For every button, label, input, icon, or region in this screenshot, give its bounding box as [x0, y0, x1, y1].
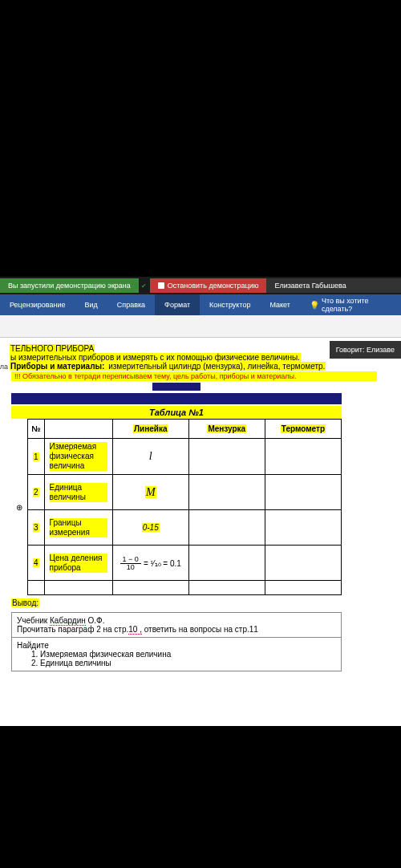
hw-line2: Прочитать параграф 2 на стр.10 , ответит… [17, 625, 336, 634]
hw-li1: 1. Измеряемая физическая величина [17, 650, 336, 659]
share-running-label: Вы запустили демонстрацию экрана [8, 282, 131, 290]
tab-designer[interactable]: Конструктор [200, 294, 260, 315]
row1-beaker [188, 439, 265, 475]
app-window: Вы запустили демонстрацию экрана ✔ Остан… [0, 277, 401, 726]
row1-ruler: l [112, 439, 188, 475]
row1-label: Измеряемая физическая величина [44, 439, 112, 475]
stop-share-button[interactable]: Остановить демонстрацию [150, 278, 267, 293]
row1-thermo [265, 439, 341, 475]
blue-small-strip [152, 383, 200, 391]
document-content: ТЕЛЬНОГО ПРИБОРА ы измерительных приборо… [0, 344, 377, 671]
bracket-col: ⊕ [11, 420, 28, 595]
table-row-extra [11, 581, 342, 595]
ribbon-toolbar [0, 315, 401, 338]
instruments-text: измерительный цилиндр (мензурка), линейк… [105, 362, 326, 371]
row3-num: 3 [28, 510, 45, 546]
document-area[interactable]: ТЕЛЬНОГО ПРИБОРА ы измерительных приборо… [0, 338, 401, 726]
tell-me-box[interactable]: 💡 Что вы хотите сделать? [300, 294, 401, 315]
row3-ruler: 0-15 [112, 510, 188, 546]
row3-label: Границы измерения [44, 510, 112, 546]
share-user-label: Елизавета Габышева [274, 282, 346, 290]
tab-review[interactable]: Рецензирование [0, 294, 75, 315]
th-num: № [28, 420, 45, 439]
hw-line1: Учебник Кабардин О.Ф. [17, 616, 336, 625]
homework-box: Учебник Кабардин О.Ф. Прочитать параграф… [11, 612, 342, 638]
row3-thermo [265, 510, 341, 546]
tab-view[interactable]: Вид [75, 294, 107, 315]
table-row: 1 Измеряемая физическая величина l [11, 439, 342, 475]
blue-strip [11, 393, 342, 404]
table-row: 2 Единица величины М [11, 475, 342, 510]
row4-label: Цена деления прибора [44, 546, 112, 581]
hw-find: Найдите [17, 641, 336, 650]
table-header-row: ⊕ № Линейка Мензурка Термометр [11, 420, 342, 439]
row4-ruler: 1 − 0 10 = ¹⁄₁₀ = 0.1 [112, 546, 188, 581]
speaking-badge: Говорит: Елизаве [330, 341, 401, 359]
row4-beaker [188, 546, 265, 581]
th-beaker: Мензурка [188, 420, 265, 439]
doc-title-partial: ТЕЛЬНОГО ПРИБОРА [10, 344, 95, 353]
row2-label: Единица величины [44, 475, 112, 510]
share-check-icon: ✔ [139, 280, 150, 291]
phone-status-bar [0, 0, 401, 24]
stop-share-label: Остановить демонстрацию [168, 282, 259, 290]
lab-table: ⊕ № Линейка Мензурка Термометр 1 Измеряе… [11, 419, 342, 595]
screen-share-status: Вы запустили демонстрацию экрана [0, 278, 139, 293]
screen-share-bar: Вы запустили демонстрацию экрана ✔ Остан… [0, 277, 401, 294]
row1-num: 1 [28, 439, 45, 475]
stop-icon [158, 282, 164, 289]
tab-layout[interactable]: Макет [260, 294, 299, 315]
table-title: Таблица №1 [11, 406, 342, 419]
side-formula-label: ула [0, 362, 10, 371]
goal-line: ы измерительных приборов и измерять с их… [10, 353, 301, 362]
instruments-label: Приборы и материалы: [10, 362, 105, 371]
vyvod-label: Вывод: [11, 598, 39, 607]
th-thermo: Термометр [265, 420, 341, 439]
share-user: Елизавета Габышева [266, 278, 401, 293]
tell-me-label: Что вы хотите сделать? [322, 297, 391, 313]
row2-num: 2 [28, 475, 45, 510]
tab-format[interactable]: Формат [155, 294, 200, 315]
row2-ruler: М [112, 475, 188, 510]
homework-box-2: Найдите 1. Измеряемая физическая величин… [11, 638, 342, 671]
tab-help[interactable]: Справка [107, 294, 155, 315]
th-ruler: Линейка [112, 420, 188, 439]
row2-thermo [265, 475, 341, 510]
row2-beaker [188, 475, 265, 510]
table-row: 3 Границы измерения 0-15 [11, 510, 342, 546]
ribbon-tabs: Рецензирование Вид Справка Формат Констр… [0, 294, 401, 315]
hw-li2: 2. Единица величины [17, 659, 336, 667]
table-row: 4 Цена деления прибора 1 − 0 10 = ¹⁄₁₀ =… [11, 546, 342, 581]
row3-beaker [188, 510, 265, 546]
row4-num: 4 [28, 546, 45, 581]
bulb-icon: 💡 [310, 301, 319, 310]
red-note: !!! Обязательно в тетради переписываем т… [11, 371, 377, 381]
row4-thermo [265, 546, 341, 581]
th-blank [44, 420, 112, 439]
